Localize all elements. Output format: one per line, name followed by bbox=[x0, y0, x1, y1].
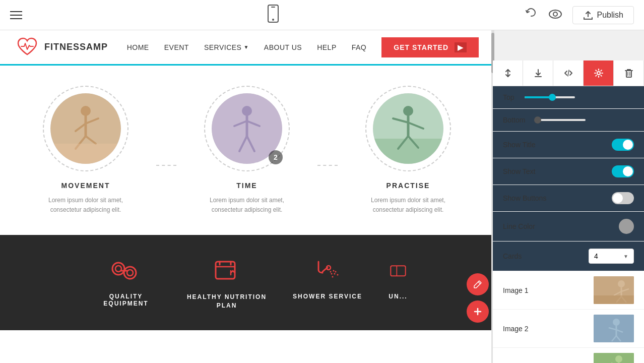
service-title-4: UN... bbox=[389, 293, 407, 300]
logo-heart-icon bbox=[15, 35, 39, 59]
show-text-label: Show Text bbox=[503, 167, 535, 175]
nav-about[interactable]: ABOUT US bbox=[264, 43, 302, 51]
line-color-label: Line Color bbox=[503, 222, 535, 230]
connector-1 bbox=[156, 86, 176, 215]
service-item-2: HEALTHY NUTRITIONPLAN bbox=[176, 255, 277, 310]
site-logo: FITNESSAMP bbox=[15, 35, 108, 59]
connector-line-2 bbox=[317, 165, 338, 166]
svg-point-44 bbox=[337, 274, 339, 276]
chains-icon bbox=[111, 255, 141, 285]
show-buttons-toggle[interactable] bbox=[612, 192, 634, 204]
card-image-3 bbox=[373, 93, 443, 164]
tab-sort[interactable] bbox=[493, 60, 523, 86]
nav-services[interactable]: SERVICES ▼ bbox=[204, 43, 249, 51]
image-2-row: Image 2 bbox=[493, 310, 644, 348]
menu-icon[interactable] bbox=[10, 11, 22, 19]
top-slider-track[interactable] bbox=[525, 96, 575, 98]
publish-button[interactable]: Publish bbox=[572, 6, 634, 24]
connector-2 bbox=[317, 86, 338, 215]
card-circle-3 bbox=[365, 86, 451, 171]
toolbar-left bbox=[10, 11, 22, 19]
svg-point-3 bbox=[549, 10, 561, 18]
image-2-thumb[interactable] bbox=[594, 315, 634, 342]
card-image-1 bbox=[50, 93, 121, 164]
settings-show-buttons-row: Show Buttons bbox=[493, 185, 644, 212]
svg-point-6 bbox=[81, 106, 91, 116]
card-text-1: Lorem ipsum dolor sit amet, consectetur … bbox=[35, 196, 136, 215]
top-slider-container bbox=[525, 96, 634, 98]
svg-point-14 bbox=[242, 106, 252, 116]
show-title-toggle[interactable] bbox=[612, 139, 634, 151]
nav-event[interactable]: EVENT bbox=[164, 43, 189, 51]
service-title-3: SHOWER SERVICE bbox=[293, 293, 362, 300]
tab-download[interactable] bbox=[523, 60, 553, 86]
svg-line-50 bbox=[568, 70, 569, 76]
svg-point-29 bbox=[115, 266, 121, 272]
canvas-area: FITNESSAMP HOME EVENT SERVICES ▼ ABOUT U… bbox=[0, 30, 494, 363]
undo-icon[interactable] bbox=[524, 7, 538, 23]
svg-point-28 bbox=[112, 263, 124, 275]
show-text-toggle[interactable] bbox=[612, 165, 634, 177]
image-3-row: Image 3 bbox=[493, 348, 644, 363]
svg-point-40 bbox=[331, 273, 333, 275]
svg-line-84 bbox=[478, 282, 480, 284]
svg-point-42 bbox=[332, 276, 334, 278]
svg-point-38 bbox=[330, 271, 332, 273]
svg-point-39 bbox=[333, 270, 335, 272]
add-fab-button[interactable] bbox=[467, 300, 489, 323]
panel-tabs bbox=[493, 60, 644, 86]
cards-label: Cards bbox=[503, 252, 522, 260]
svg-rect-45 bbox=[391, 266, 405, 276]
line-color-swatch[interactable] bbox=[619, 219, 634, 234]
cards-dropdown-arrow: ▼ bbox=[623, 254, 628, 259]
settings-cards-row: Cards 4 ▼ bbox=[493, 241, 644, 271]
top-toolbar: Publish bbox=[0, 0, 644, 30]
nav-help[interactable]: HELP bbox=[317, 43, 337, 51]
toolbar-right: Publish bbox=[524, 6, 634, 24]
nav-home[interactable]: HOME bbox=[127, 43, 149, 51]
cards-section: MOVEMENT Lorem ipsum dolor sit amet, con… bbox=[0, 66, 494, 235]
edit-fab-button[interactable] bbox=[467, 273, 489, 295]
card-item-2: 2 TIME Lorem ipsum dolor sit amet, conse… bbox=[197, 86, 297, 215]
settings-line-color-row: Line Color bbox=[493, 212, 644, 241]
main-layout: FITNESSAMP HOME EVENT SERVICES ▼ ABOUT U… bbox=[0, 30, 644, 363]
svg-point-43 bbox=[335, 271, 337, 273]
svg-point-4 bbox=[553, 12, 557, 16]
card-title-3: PRACTISE bbox=[387, 182, 430, 190]
nutrition-icon bbox=[212, 255, 242, 285]
preview-eye-icon[interactable] bbox=[548, 9, 562, 22]
service-item-3: SHOWER SERVICE bbox=[277, 255, 378, 310]
get-started-button[interactable]: GET STARTED ▶ bbox=[381, 37, 479, 57]
svg-point-71 bbox=[615, 355, 622, 362]
card-text-3: Lorem ipsum dolor sit amet, consectetur … bbox=[358, 196, 459, 215]
image-3-thumb[interactable] bbox=[594, 353, 634, 363]
tab-code[interactable] bbox=[553, 60, 584, 86]
svg-rect-12 bbox=[50, 144, 121, 164]
site-header: FITNESSAMP HOME EVENT SERVICES ▼ ABOUT U… bbox=[0, 30, 494, 66]
service-title-2: HEALTHY NUTRITIONPLAN bbox=[187, 293, 267, 310]
settings-bottom-row: Bottom bbox=[493, 109, 644, 132]
cards-value: 4 bbox=[594, 252, 598, 260]
tab-settings[interactable] bbox=[584, 60, 614, 86]
bottom-label: Bottom bbox=[503, 116, 525, 124]
card-text-2: Lorem ipsum dolor sit amet, consectetur … bbox=[197, 196, 297, 215]
bottom-slider-track[interactable] bbox=[535, 119, 586, 121]
image-1-thumb[interactable] bbox=[594, 276, 634, 304]
top-label: Top bbox=[503, 93, 514, 101]
tab-delete[interactable] bbox=[614, 60, 644, 86]
phone-preview-icon[interactable] bbox=[268, 5, 279, 26]
card-item-3: PRACTISE Lorem ipsum dolor sit amet, con… bbox=[358, 86, 459, 215]
svg-point-31 bbox=[127, 270, 133, 276]
image-2-label: Image 2 bbox=[503, 325, 529, 333]
bottom-slider-container bbox=[535, 119, 634, 121]
svg-rect-61 bbox=[594, 295, 634, 304]
nav-faq[interactable]: FAQ bbox=[352, 43, 367, 51]
shower-icon bbox=[312, 255, 343, 285]
svg-point-63 bbox=[613, 319, 620, 326]
service-item-4: UN... bbox=[378, 255, 418, 310]
service-title-1: QUALITY EQUIPMENT bbox=[86, 293, 166, 307]
cards-select[interactable]: 4 ▼ bbox=[589, 249, 634, 264]
svg-rect-69 bbox=[594, 353, 634, 363]
card-number-2: 2 bbox=[269, 150, 283, 164]
svg-point-51 bbox=[597, 72, 600, 75]
